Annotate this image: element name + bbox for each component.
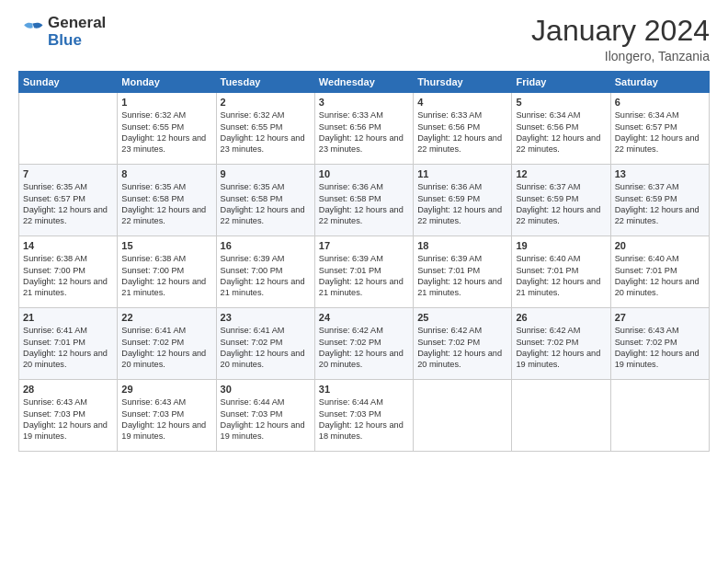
day-number: 10 — [319, 168, 409, 179]
header-row: Sunday Monday Tuesday Wednesday Thursday… — [19, 72, 710, 93]
day-number: 7 — [23, 168, 113, 179]
cell-w1-d2: 9Sunrise: 6:35 AMSunset: 6:58 PMDaylight… — [216, 165, 314, 236]
cell-w1-d5: 12Sunrise: 6:37 AMSunset: 6:59 PMDayligh… — [512, 165, 610, 236]
col-wednesday: Wednesday — [314, 72, 413, 93]
cell-info: Sunrise: 6:42 AMSunset: 7:02 PMDaylight:… — [516, 325, 606, 371]
cell-w4-d3: 31Sunrise: 6:44 AMSunset: 7:03 PMDayligh… — [314, 380, 413, 452]
week-row-4: 28Sunrise: 6:43 AMSunset: 7:03 PMDayligh… — [19, 380, 710, 452]
logo-general-label: General — [48, 15, 106, 32]
cell-info: Sunrise: 6:39 AMSunset: 7:00 PMDaylight:… — [221, 253, 311, 299]
cell-w0-d4: 4Sunrise: 6:33 AMSunset: 6:56 PMDaylight… — [414, 93, 512, 165]
page: General Blue January 2024 Ilongero, Tanz… — [0, 0, 728, 563]
cell-w2-d0: 14Sunrise: 6:38 AMSunset: 7:00 PMDayligh… — [19, 236, 118, 308]
cell-info: Sunrise: 6:35 AMSunset: 6:58 PMDaylight:… — [121, 181, 211, 227]
week-row-1: 7Sunrise: 6:35 AMSunset: 6:57 PMDaylight… — [19, 165, 710, 236]
calendar-header: Sunday Monday Tuesday Wednesday Thursday… — [19, 72, 710, 93]
logo-blue-label: Blue — [48, 32, 106, 50]
day-number: 3 — [319, 97, 409, 108]
cell-w4-d0: 28Sunrise: 6:43 AMSunset: 7:03 PMDayligh… — [19, 380, 118, 452]
cell-info: Sunrise: 6:40 AMSunset: 7:01 PMDaylight:… — [516, 253, 606, 299]
logo-text: General Blue — [48, 15, 106, 49]
day-number: 18 — [417, 240, 507, 251]
day-number: 21 — [23, 312, 113, 323]
cell-info: Sunrise: 6:44 AMSunset: 7:03 PMDaylight:… — [319, 396, 409, 442]
header: General Blue January 2024 Ilongero, Tanz… — [18, 15, 710, 63]
cell-info: Sunrise: 6:35 AMSunset: 6:58 PMDaylight:… — [221, 181, 311, 227]
cell-w1-d6: 13Sunrise: 6:37 AMSunset: 6:59 PMDayligh… — [610, 165, 709, 236]
cell-w0-d3: 3Sunrise: 6:33 AMSunset: 6:56 PMDaylight… — [314, 93, 413, 165]
cell-w3-d0: 21Sunrise: 6:41 AMSunset: 7:01 PMDayligh… — [19, 308, 118, 380]
calendar-body: 1Sunrise: 6:32 AMSunset: 6:55 PMDaylight… — [19, 93, 710, 452]
day-number: 16 — [221, 240, 311, 251]
day-number: 17 — [319, 240, 409, 251]
day-number: 28 — [23, 384, 113, 395]
cell-w2-d4: 18Sunrise: 6:39 AMSunset: 7:01 PMDayligh… — [414, 236, 512, 308]
cell-w0-d0 — [19, 93, 118, 165]
day-number: 29 — [121, 384, 211, 395]
day-number: 1 — [121, 97, 211, 108]
day-number: 30 — [221, 384, 311, 395]
cell-w1-d1: 8Sunrise: 6:35 AMSunset: 6:58 PMDaylight… — [118, 165, 216, 236]
cell-info: Sunrise: 6:42 AMSunset: 7:02 PMDaylight:… — [319, 325, 409, 371]
logo-icon — [18, 19, 44, 45]
cell-w2-d5: 19Sunrise: 6:40 AMSunset: 7:01 PMDayligh… — [512, 236, 610, 308]
cell-info: Sunrise: 6:35 AMSunset: 6:57 PMDaylight:… — [23, 181, 113, 227]
day-number: 24 — [319, 312, 409, 323]
day-number: 14 — [23, 240, 113, 251]
cell-info: Sunrise: 6:41 AMSunset: 7:01 PMDaylight:… — [23, 325, 113, 371]
day-number: 9 — [221, 168, 311, 179]
cell-info: Sunrise: 6:38 AMSunset: 7:00 PMDaylight:… — [23, 253, 113, 299]
col-thursday: Thursday — [414, 72, 512, 93]
day-number: 12 — [516, 168, 606, 179]
cell-info: Sunrise: 6:43 AMSunset: 7:02 PMDaylight:… — [615, 325, 705, 371]
cell-w0-d1: 1Sunrise: 6:32 AMSunset: 6:55 PMDaylight… — [118, 93, 216, 165]
day-number: 23 — [221, 312, 311, 323]
cell-info: Sunrise: 6:32 AMSunset: 6:55 PMDaylight:… — [121, 109, 211, 155]
cell-info: Sunrise: 6:32 AMSunset: 6:55 PMDaylight:… — [221, 109, 311, 155]
cell-w0-d5: 5Sunrise: 6:34 AMSunset: 6:56 PMDaylight… — [512, 93, 610, 165]
cell-w3-d6: 27Sunrise: 6:43 AMSunset: 7:02 PMDayligh… — [610, 308, 709, 380]
cell-w3-d2: 23Sunrise: 6:41 AMSunset: 7:02 PMDayligh… — [216, 308, 314, 380]
calendar-table: Sunday Monday Tuesday Wednesday Thursday… — [18, 71, 710, 452]
day-number: 31 — [319, 384, 409, 395]
day-number: 8 — [121, 168, 211, 179]
month-title: January 2024 — [531, 15, 710, 47]
cell-w1-d4: 11Sunrise: 6:36 AMSunset: 6:59 PMDayligh… — [414, 165, 512, 236]
cell-info: Sunrise: 6:36 AMSunset: 6:58 PMDaylight:… — [319, 181, 409, 227]
cell-info: Sunrise: 6:36 AMSunset: 6:59 PMDaylight:… — [417, 181, 507, 227]
logo: General Blue — [18, 15, 106, 49]
cell-w1-d0: 7Sunrise: 6:35 AMSunset: 6:57 PMDaylight… — [19, 165, 118, 236]
cell-w3-d5: 26Sunrise: 6:42 AMSunset: 7:02 PMDayligh… — [512, 308, 610, 380]
cell-w4-d6 — [610, 380, 709, 452]
cell-w2-d6: 20Sunrise: 6:40 AMSunset: 7:01 PMDayligh… — [610, 236, 709, 308]
day-number: 15 — [121, 240, 211, 251]
day-number: 5 — [516, 97, 606, 108]
week-row-2: 14Sunrise: 6:38 AMSunset: 7:00 PMDayligh… — [19, 236, 710, 308]
day-number: 13 — [615, 168, 705, 179]
cell-info: Sunrise: 6:38 AMSunset: 7:00 PMDaylight:… — [121, 253, 211, 299]
cell-w4-d1: 29Sunrise: 6:43 AMSunset: 7:03 PMDayligh… — [118, 380, 216, 452]
cell-w4-d4 — [414, 380, 512, 452]
col-monday: Monday — [118, 72, 216, 93]
cell-w3-d3: 24Sunrise: 6:42 AMSunset: 7:02 PMDayligh… — [314, 308, 413, 380]
cell-w3-d1: 22Sunrise: 6:41 AMSunset: 7:02 PMDayligh… — [118, 308, 216, 380]
cell-info: Sunrise: 6:39 AMSunset: 7:01 PMDaylight:… — [319, 253, 409, 299]
cell-w0-d6: 6Sunrise: 6:34 AMSunset: 6:57 PMDaylight… — [610, 93, 709, 165]
cell-w2-d2: 16Sunrise: 6:39 AMSunset: 7:00 PMDayligh… — [216, 236, 314, 308]
cell-w1-d3: 10Sunrise: 6:36 AMSunset: 6:58 PMDayligh… — [314, 165, 413, 236]
col-saturday: Saturday — [610, 72, 709, 93]
cell-w4-d5 — [512, 380, 610, 452]
day-number: 2 — [221, 97, 311, 108]
week-row-3: 21Sunrise: 6:41 AMSunset: 7:01 PMDayligh… — [19, 308, 710, 380]
day-number: 20 — [615, 240, 705, 251]
cell-info: Sunrise: 6:34 AMSunset: 6:56 PMDaylight:… — [516, 109, 606, 155]
cell-w0-d2: 2Sunrise: 6:32 AMSunset: 6:55 PMDaylight… — [216, 93, 314, 165]
title-block: January 2024 Ilongero, Tanzania — [531, 15, 710, 63]
cell-info: Sunrise: 6:37 AMSunset: 6:59 PMDaylight:… — [516, 181, 606, 227]
day-number: 26 — [516, 312, 606, 323]
day-number: 27 — [615, 312, 705, 323]
col-sunday: Sunday — [19, 72, 118, 93]
cell-w4-d2: 30Sunrise: 6:44 AMSunset: 7:03 PMDayligh… — [216, 380, 314, 452]
cell-w2-d3: 17Sunrise: 6:39 AMSunset: 7:01 PMDayligh… — [314, 236, 413, 308]
cell-w2-d1: 15Sunrise: 6:38 AMSunset: 7:00 PMDayligh… — [118, 236, 216, 308]
